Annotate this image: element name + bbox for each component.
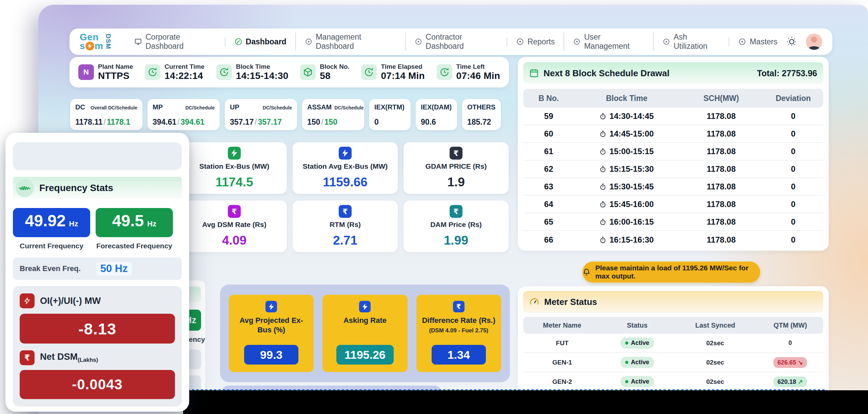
metric-label: DAM Price (Rs) [430,221,482,229]
plant-info-bar: N Plant Name NTTPS Current Time [70,57,509,87]
cell-deviation: 0 [763,129,823,139]
theme-toggle-button[interactable] [786,36,797,47]
forecasted-frequency-box: 49.5 Hz [96,208,173,237]
metric-label: Station Ex-Bus (MW) [199,162,269,170]
rupee-icon: ₹ [453,207,458,216]
table-row: 66 16:15-16:30 1178.08 0 [523,231,823,249]
gensom-logo[interactable]: Gen s m DSM [80,33,112,50]
info-item-label: Time Left [456,63,500,70]
net-dsm-label: Net DSM(Lakhs) [40,352,98,364]
oi-ui-label: OI(+)/UI(-) MW [40,296,101,306]
projection-value: 1.34 [432,345,486,365]
break-even-row: Break Even Freq. 50 Hz [13,257,182,280]
nav-menu-item[interactable]: Ash Utilization [653,33,729,51]
table-row: 61 15:00-15:15 1178.08 0 [523,143,823,161]
nav-menu-item[interactable]: Dashboard [225,37,295,46]
info-item-icon-tile: N [78,64,94,80]
chip-name: IEX(DAM) [421,103,452,111]
info-item: Block Time 14:15-14:30 [216,63,289,81]
cell-sch: 1178.08 [679,217,763,227]
rupee-icon: ₹ [453,149,458,158]
chip-primary-value: 0 [374,118,379,126]
info-item-icon-tile [437,64,452,80]
current-frequency-box: 49.92 Hz [13,208,90,237]
clock-icon [219,67,229,77]
nav-menu: Corporate Dashboard Dashboard Management… [125,33,786,51]
chip-sublabel: DC/Schedule [334,105,363,110]
metric-value: 1159.66 [323,175,368,189]
projection-icon-tile: ₹ [265,301,277,312]
stopwatch-icon [599,236,606,243]
nav-item-label: Contractor Dashboard [426,33,497,51]
nav-item-label: Masters [750,37,777,46]
cell-b-no: 64 [523,200,574,209]
frequency-stats-title: Frequency Stats [39,183,113,193]
bolt-icon [342,149,348,157]
cell-sch: 1178.08 [679,182,763,191]
chip-name: UP [230,103,239,111]
metric-card: ₹ GDAM PRICE (Rs) 1.9 [403,142,509,194]
chip-name: DC [75,103,85,111]
nav-menu-item[interactable]: Contractor Dashboard [405,33,507,51]
info-item: Time Elapsed 07:14 Min [361,63,425,81]
circle-dot-icon [516,38,524,46]
info-item: Block No. 58 [300,63,350,81]
circle-dot-icon [663,38,670,46]
cell-sch: 1178.08 [679,129,763,139]
chip-name: ASSAM [307,103,332,111]
metric-icon-tile: ₹ [339,147,352,160]
nav-item-label: Ash Utilization [674,33,720,51]
nav-menu-item[interactable]: Corporate Dashboard [125,33,224,51]
schedule-chip: OTHERS 185.72 [462,99,501,130]
bottom-black-bar [183,390,868,414]
next-blocks-header: Next 8 Block Schedule Drawal Total: 2775… [523,62,823,84]
schedule-chip: UP DC/Schedule 357.17/357.17 [225,99,297,130]
cell-deviation: 0 [763,200,823,209]
col-qtm: QTM (MW) [757,322,823,329]
cell-meter-name: GEN-1 [523,359,601,366]
stopwatch-icon [599,166,606,172]
metric-icon-tile: ₹ [228,205,241,218]
status-badge: Active [620,337,654,349]
info-item: N Plant Name NTTPS [78,63,133,81]
info-item-value: 07:14 Min [381,70,425,81]
info-item-icon-tile [300,64,316,80]
projection-title: Asking Rate [343,316,387,325]
col-meter-name: Meter Name [523,322,601,329]
nav-menu-item[interactable]: Masters [729,37,786,46]
metric-card-grid: ₹ Station Ex-Bus (MW) 1174.5 ₹ Station A… [182,142,509,252]
current-frequency-label: Current Frequency [13,242,90,250]
net-dsm-value: -0.0043 [20,370,175,399]
info-item-value: NTTPS [98,70,133,81]
top-navbar: Gen s m DSM Corporate Dashboard [70,28,832,55]
table-row: 60 14:45-15:00 1178.08 0 [523,125,823,143]
status-dot-icon [625,380,628,383]
cell-sch: 1178.08 [679,235,763,245]
stopwatch-icon [599,113,606,120]
projection-card: ₹ Asking Rate 1195.26 [322,295,407,372]
frequency-stats-header: Frequency Stats [13,177,182,199]
metric-value: 1.99 [444,233,468,248]
nav-menu-item[interactable]: Reports [507,37,564,46]
nav-menu-item[interactable]: Management Dashboard [295,33,405,51]
chip-primary-value: 185.72 [467,118,491,126]
clock-icon [440,67,449,77]
metric-label: Avg DSM Rate (Rs) [202,221,266,229]
clock-icon [148,67,157,77]
schedule-chip: IEX(DAM) 90.6 [416,99,457,130]
stopwatch-icon [599,219,606,225]
next-blocks-title: Next 8 Block Schedule Drawal [544,68,669,79]
info-item: Current Time 14:22:14 [145,63,204,81]
projection-card: ₹ Avg Projected Ex-Bus (%) 99.3 [229,295,314,372]
info-item-value: 07:46 Min [456,70,500,81]
dashboard-screen: Gen s m DSM Corporate Dashboard [0,0,868,414]
logo-line2-right: m [95,42,103,50]
cell-last-synced: 02sec [673,378,757,386]
next-blocks-table-header: B No. Block Time SCH(MW) Deviation [523,89,823,108]
nav-menu-item[interactable]: User Management [564,33,653,51]
info-item-icon-tile [145,64,160,80]
metric-icon-tile: ₹ [339,205,352,218]
user-avatar[interactable] [806,34,822,50]
plant-letter-icon: N [83,68,89,77]
chip-primary-value: 90.6 [421,118,436,126]
